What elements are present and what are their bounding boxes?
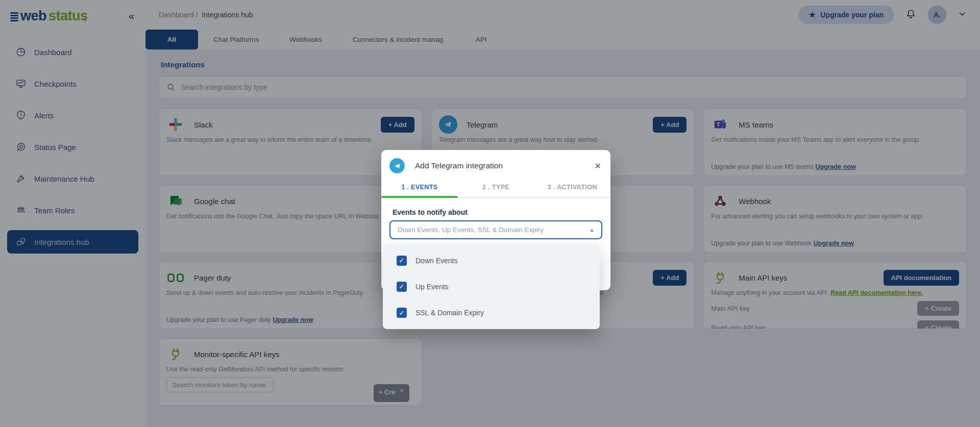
step-events[interactable]: 1 . EVENTS — [381, 184, 458, 197]
modal-steps: 1 . EVENTS 2 . TYPE 3 . ACTIVATION — [381, 184, 610, 198]
option-label: SSL & Domain Expiry — [415, 309, 484, 317]
events-multiselect[interactable]: Down Events, Up Events, SSL & Domain Exp… — [389, 220, 602, 239]
app-window: web status 24/7 « Dashboard Checkpoints … — [0, 0, 980, 427]
close-icon[interactable]: ✕ — [595, 161, 601, 171]
telegram-icon — [389, 158, 405, 173]
option-up-events[interactable]: ✓ Up Events — [383, 274, 600, 299]
caret-up-icon: ▲ — [590, 228, 594, 233]
checkbox-checked-icon[interactable]: ✓ — [397, 256, 407, 266]
option-ssl-domain-expiry[interactable]: ✓ SSL & Domain Expiry — [383, 300, 600, 325]
option-label: Up Events — [415, 283, 449, 291]
option-down-events[interactable]: ✓ Down Events — [383, 248, 600, 273]
modal-title: Add Telegram integration — [415, 161, 503, 170]
checkbox-checked-icon[interactable]: ✓ — [397, 308, 407, 318]
events-multiselect-value: Down Events, Up Events, SSL & Domain Exp… — [398, 226, 544, 234]
step-activation[interactable]: 3 . ACTIVATION — [534, 184, 610, 197]
checkbox-checked-icon[interactable]: ✓ — [397, 282, 407, 292]
events-dropdown-panel: ✓ Down Events ✓ Up Events ✓ SSL & Domain… — [383, 244, 600, 329]
step-type[interactable]: 2 . TYPE — [458, 184, 534, 197]
option-label: Down Events — [415, 257, 457, 265]
events-select-label: Events to notify about — [393, 208, 601, 216]
